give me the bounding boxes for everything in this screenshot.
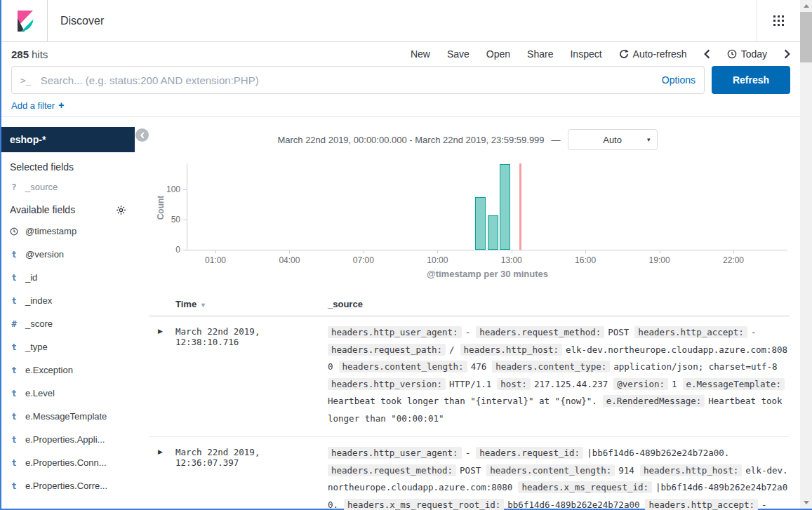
time-range-label: March 22nd 2019, 00:00:00.000 - March 22… [277, 135, 544, 145]
histogram-bar-1130[interactable] [475, 197, 486, 250]
auto-refresh-button[interactable]: Auto-refresh [619, 48, 687, 60]
index-pattern-header[interactable]: eshop-* [1, 127, 135, 152]
today-label: Today [741, 48, 767, 60]
field-@timestamp[interactable]: @timestamp [1, 220, 135, 243]
time-forward-button[interactable] [784, 49, 790, 59]
source-field-name: headers.http_version: [328, 378, 446, 390]
field-e.Properties.Corre...[interactable]: te.Properties.Corre... [1, 474, 135, 497]
field-name-label: _score [25, 318, 53, 329]
field-name-label: e.Exception [25, 365, 73, 375]
source-field-name: headers.x_ms_request_id: [518, 481, 652, 493]
expand-column-header [149, 299, 175, 309]
kibana-window: Discover 285hits NewSaveOpenShareInspect [0, 0, 812, 510]
scrollbar-up-arrow[interactable] [800, 0, 812, 12]
table-body: ▶March 22nd 2019, 12:38:10.716headers.ht… [149, 316, 790, 510]
source-field-value: bb6f14d6-489b262e24b72a00 [507, 499, 639, 510]
expand-row-arrow[interactable]: ▶ [149, 445, 175, 510]
source-field-value: 217.125.44.237 [534, 379, 608, 389]
field-name-label: e.MessageTemplate [25, 411, 107, 422]
field-_id[interactable]: t_id [1, 266, 135, 289]
source-field-name: headers.http_user_agent: [328, 326, 462, 338]
field-_score[interactable]: #_score [1, 312, 135, 335]
x-axis-title: @timestamp per 30 minutes [187, 269, 787, 280]
x-tick-mark [733, 250, 734, 253]
source-field-value: - [751, 327, 757, 337]
x-tick-label: 19:00 [641, 255, 679, 265]
x-tick-label: 13:00 [493, 255, 531, 265]
interval-select[interactable]: Auto ▾ [568, 129, 658, 150]
sort-desc-icon: ▼ [200, 302, 206, 309]
string-type-icon: t [10, 342, 18, 352]
string-type-icon: t [10, 296, 18, 306]
select-caret-icon: ▾ [647, 136, 651, 143]
string-type-icon: t [10, 435, 18, 445]
histogram-bar-1230[interactable] [500, 164, 510, 250]
string-type-icon: t [10, 412, 18, 422]
expand-row-arrow[interactable]: ▶ [149, 324, 175, 427]
x-tick-label: 01:00 [197, 255, 234, 265]
content-area: eshop-* Selected fields ? _source Availa… [1, 117, 800, 509]
apps-grid-button[interactable] [757, 0, 800, 41]
field-e.Level[interactable]: te.Level [1, 382, 135, 405]
hits-menu-items: NewSaveOpenShareInspect [411, 48, 602, 60]
source-field-value: HTTP/1.1 [449, 379, 491, 389]
source-field-name: headers.request_method: [328, 464, 456, 476]
field-_type[interactable]: t_type [1, 335, 135, 358]
source-field-name: headers.http_user_agent: [328, 447, 462, 459]
today-button[interactable]: Today [727, 48, 767, 60]
add-filter-link[interactable]: Add a filter [11, 100, 55, 111]
source-field-name: headers.content_length: [339, 361, 467, 373]
table-row: ▶March 22nd 2019, 12:36:07.397headers.ht… [149, 437, 790, 510]
collapse-sidebar-button[interactable] [135, 128, 149, 142]
vertical-scrollbar[interactable] [800, 0, 812, 509]
source-field-name: headers.content_length: [486, 464, 615, 476]
scrollbar-thumb[interactable] [800, 12, 812, 62]
field-e.Exception[interactable]: te.Exception [1, 358, 135, 382]
menu-item-open[interactable]: Open [486, 48, 510, 60]
menu-item-new[interactable]: New [411, 48, 430, 60]
string-type-icon: t [10, 481, 18, 491]
source-field-name: host: [497, 378, 531, 390]
source-field-value: - [761, 499, 767, 510]
selected-fields-heading: Selected fields [1, 152, 135, 173]
string-type-icon: t [10, 250, 18, 260]
source-field-name: @version: [613, 378, 668, 390]
plus-icon[interactable]: + [58, 100, 64, 111]
source-field-value: |bb6f14d6-489b262e24b72a00. [587, 448, 729, 458]
field-name-label: e.Properties.Conn... [25, 457, 107, 468]
scrollbar-down-arrow[interactable] [800, 497, 812, 509]
field-name-label: @timestamp [25, 226, 76, 236]
time-back-button[interactable] [704, 49, 710, 59]
time-column-header[interactable]: Time▼ [175, 299, 328, 309]
field-name-label: e.Properties.Appli... [25, 434, 105, 445]
menu-item-inspect[interactable]: Inspect [570, 48, 601, 60]
menu-item-share[interactable]: Share [527, 48, 553, 60]
source-header-label: _source [328, 299, 363, 309]
search-input[interactable] [39, 74, 654, 87]
main-column: Discover 285hits NewSaveOpenShareInspect [1, 0, 800, 509]
source-field-value: - [465, 327, 471, 337]
x-tick-mark [364, 250, 364, 253]
gear-icon[interactable] [116, 205, 126, 215]
row-source: headers.http_user_agent:-headers.request… [328, 445, 790, 510]
histogram-bar-1200[interactable] [488, 215, 498, 250]
kibana-logo[interactable] [1, 0, 48, 41]
field-_index[interactable]: t_index [1, 289, 135, 312]
row-source: headers.http_user_agent:-headers.request… [328, 324, 790, 427]
documents-table: Time▼ _source ▶March 22nd 2019, 12:38:10… [149, 299, 790, 510]
y-tick-mark [183, 250, 187, 250]
chevron-left-icon [704, 49, 710, 59]
menu-item-save[interactable]: Save [447, 48, 470, 60]
source-field-name: headers.http_host: [640, 464, 742, 476]
field-source[interactable]: ? _source [1, 173, 135, 192]
options-link[interactable]: Options [662, 74, 695, 86]
field-e.MessageTemplate[interactable]: te.MessageTemplate [1, 405, 135, 428]
y-tick-mark [183, 220, 187, 220]
search-box: >_ Options [11, 66, 705, 94]
field-e.Properties.Conn...[interactable]: te.Properties.Conn... [1, 451, 135, 474]
available-fields-list: @timestampt@versiont_idt_index#_scoret_t… [1, 220, 135, 497]
source-field-value: POST [460, 465, 481, 476]
field-@version[interactable]: t@version [1, 243, 135, 266]
field-e.Properties.Appli...[interactable]: te.Properties.Appli... [1, 428, 135, 451]
refresh-button[interactable]: Refresh [712, 66, 790, 94]
